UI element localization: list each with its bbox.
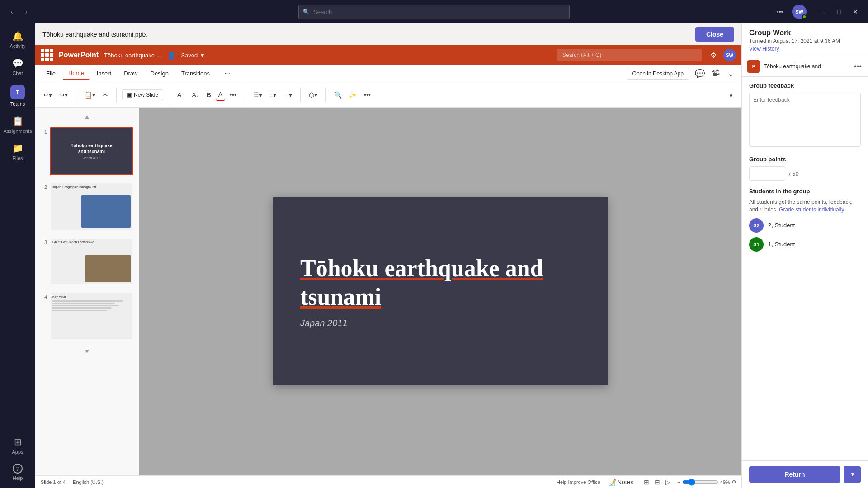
ppt-settings-button[interactable]: ⚙ [707,49,720,61]
search-icon: 🔍 [303,9,310,15]
slide-preview-3: Great East Japan Earthquake [51,239,132,285]
normal-view-button[interactable]: ⊞ [642,478,651,487]
return-dropdown-button[interactable]: ▼ [844,466,861,483]
minimize-button[interactable]: ─ [816,5,830,19]
zoom-fit-icon[interactable]: ⊕ [732,479,736,485]
title-bar: ‹ › 🔍 ••• SW ─ □ ✕ [0,0,868,23]
menu-draw[interactable]: Draw [118,67,143,80]
menu-design[interactable]: Design [145,67,174,80]
left-sidebar: 🔔 Activity 💬 Chat T Teams 📋 Assignments … [0,23,35,488]
close-button[interactable]: ✕ [848,5,863,19]
clipboard-button[interactable]: 📋▾ [82,89,98,100]
slide-image-3[interactable]: Great East Japan Earthquake [50,238,133,286]
menu-expand-button[interactable]: ⌄ [726,67,736,80]
points-input[interactable] [749,166,785,181]
scroll-down[interactable]: ▼ [39,346,135,357]
slide-thumb-1[interactable]: 1 Tōhoku earthquakeand tsunami Japan 201… [39,126,135,177]
presence-dot [802,14,807,19]
cut-button[interactable]: ✂ [100,89,111,100]
scroll-up[interactable]: ▲ [39,111,135,122]
present-button[interactable]: 📽 [710,67,722,80]
open-desktop-button[interactable]: Open in Desktop App [627,68,689,80]
ribbon: ↩▾ ↪▾ 📋▾ ✂ ▣ New Slide A↑ A↓ B [35,82,741,108]
slide-preview-2: Japan Geographic Background [51,183,132,230]
ppt-filename-label: Tōhoku earthquake ... [104,52,161,59]
zoom-slider[interactable] [682,479,718,486]
sidebar-item-teams[interactable]: T Teams [2,81,33,110]
edit-group: 🔍 ✨ ••• [331,89,373,100]
reading-view-button[interactable]: ▷ [664,478,672,487]
group-work-title: Group Work [749,29,861,37]
new-slide-label: New Slide [134,92,158,98]
sidebar-item-chat[interactable]: 💬 Chat [2,54,33,80]
right-panel-footer: Return ▼ [742,460,868,488]
menu-more-button[interactable]: ⋯ [219,67,236,80]
group-feedback-label: Group feedback [749,82,861,89]
slide-preview-4: Key Facts [51,293,132,339]
return-button[interactable]: Return [749,466,840,483]
forward-button[interactable]: › [20,5,33,18]
menu-transitions[interactable]: Transitions [176,67,215,80]
grade-individually-link[interactable]: Grade students individually. [779,206,845,213]
slide-sorter-button[interactable]: ⊟ [653,478,662,487]
slide-panel: ▲ 1 Tōhoku earthquakeand tsunami Japan 2… [35,108,139,475]
menu-insert[interactable]: Insert [91,67,117,80]
ribbon-sep-6 [326,88,326,102]
find-button[interactable]: 🔍 [331,89,344,100]
teams-icon: T [10,85,25,99]
sidebar-item-files[interactable]: 📁 Files [2,139,33,164]
bold-button[interactable]: B [204,89,214,100]
slide-image-1[interactable]: Tōhoku earthquakeand tsunami Japan 2011 [50,127,133,175]
slide-thumb-2[interactable]: 2 Japan Geographic Background [39,181,135,232]
comment-button[interactable]: 💬 [693,67,707,80]
avatar[interactable]: SW [792,5,807,19]
back-button[interactable]: ‹ [5,5,18,18]
font-size-inc-button[interactable]: A↑ [175,89,187,100]
sidebar-item-activity[interactable]: 🔔 Activity [2,27,33,52]
ppt-search-input[interactable] [557,49,702,61]
sidebar-item-assignments[interactable]: 📋 Assignments [2,112,33,137]
app-grid-icon[interactable] [41,49,53,61]
sidebar-item-help[interactable]: ? Help [2,460,33,484]
file-more-button[interactable]: ••• [853,61,863,71]
slide-view[interactable]: Tōhoku earthquake and tsunami Japan 2011 [139,108,741,475]
redo-button[interactable]: ↪▾ [57,89,71,100]
view-history-link[interactable]: View History [749,46,779,52]
menu-file[interactable]: File [41,67,61,80]
status-bar: Slide 1 of 4 English (U.S.) Help Improve… [35,475,741,488]
magic-button[interactable]: ✨ [346,89,359,100]
global-search-bar: 🔍 [298,5,570,19]
powerpoint-app: PowerPoint Tōhoku earthquake ... 👤 - Sav… [35,45,741,488]
slide-thumb-3[interactable]: 3 Great East Japan Earthquake [39,236,135,287]
maximize-button[interactable]: □ [832,5,846,19]
global-search-input[interactable] [298,5,570,19]
menu-bar: File Home Insert Draw Design Transitions… [35,65,741,82]
align-button[interactable]: ≣▾ [281,89,295,100]
slide-image-4[interactable]: Key Facts [50,292,133,340]
ribbon-collapse-button[interactable]: ∧ [726,89,736,100]
slide-num-3: 3 [41,239,47,245]
zoom-out-icon[interactable]: − [678,479,680,485]
sidebar-item-apps[interactable]: ⊞ Apps [2,433,33,458]
new-slide-button[interactable]: ▣ New Slide [122,89,163,100]
font-color-button[interactable]: A [216,89,225,101]
menu-home[interactable]: Home [63,67,90,80]
close-file-button[interactable]: Close [695,27,734,42]
slide-image-2[interactable]: Japan Geographic Background [50,183,133,230]
number-list-button[interactable]: ≡▾ [267,89,279,100]
font-more-button[interactable]: ••• [227,89,239,100]
font-size-dec-button[interactable]: A↓ [189,89,202,100]
ribbon-more-button[interactable]: ••• [361,89,373,100]
student-item-s2: S2 2, Student [749,218,861,233]
notes-button[interactable]: 📝 Notes [606,477,637,488]
ppt-user-avatar[interactable]: SW [723,49,736,61]
undo-button[interactable]: ↩▾ [41,89,55,100]
slide-thumb-4[interactable]: 4 Key Facts [39,291,135,342]
main-layout: 🔔 Activity 💬 Chat T Teams 📋 Assignments … [0,23,868,488]
bullet-list-button[interactable]: ☰▾ [250,89,265,100]
shape-fill-button[interactable]: ⬡▾ [306,89,320,100]
more-options-button[interactable]: ••• [773,7,787,17]
group-feedback-input[interactable] [749,93,861,147]
student-item-s1: S1 1, Student [749,237,861,252]
slide-canvas: Tōhoku earthquake and tsunami Japan 2011 [273,197,608,385]
